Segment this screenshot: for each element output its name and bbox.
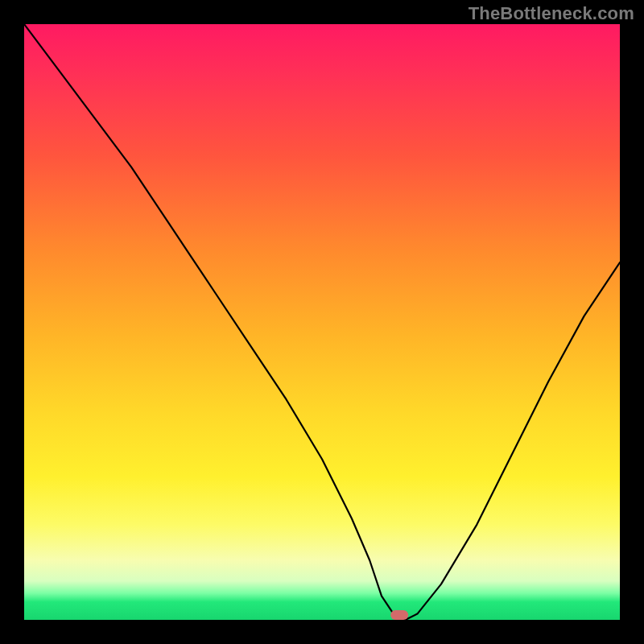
curve-svg [24, 24, 620, 620]
optimal-marker [390, 610, 408, 620]
watermark-text: TheBottleneck.com [469, 3, 634, 24]
chart-frame: TheBottleneck.com [0, 0, 644, 644]
plot-area [24, 24, 620, 620]
bottleneck-curve [24, 24, 620, 620]
